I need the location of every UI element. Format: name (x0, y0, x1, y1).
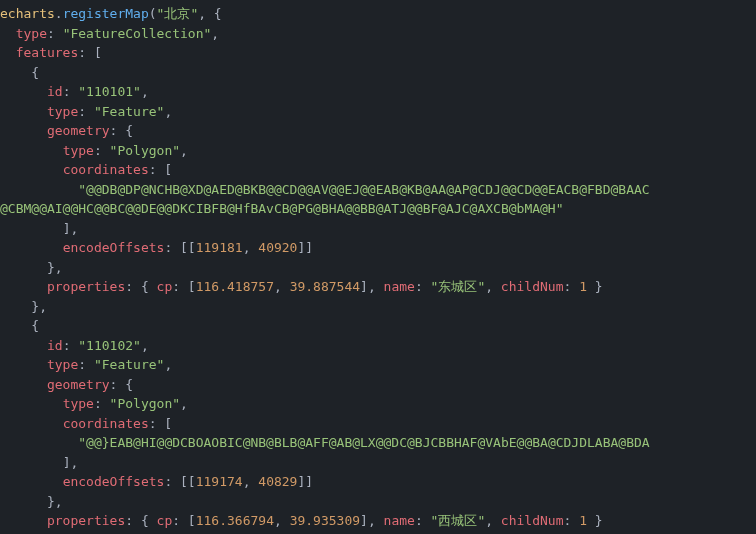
encode-offset-0-0: 119181 (196, 240, 243, 255)
prop-type: type (47, 357, 78, 372)
feature-name-1: 西城区 (438, 513, 477, 528)
coord-string-1: "@@}EAB@HI@@DCBOAOBIC@NB@BLB@AFF@AB@LX@@… (78, 435, 649, 450)
prop-coordinates: coordinates (63, 162, 149, 177)
map-name-string: "北京" (157, 6, 199, 21)
prop-id: id (47, 338, 63, 353)
prop-properties: properties (47, 513, 125, 528)
prop-id: id (47, 84, 63, 99)
prop-geometry: geometry (47, 123, 110, 138)
cp-1-1: 39.935309 (290, 513, 360, 528)
prop-type: type (47, 104, 78, 119)
coord-string-0a: "@@DB@DP@NCHB@XD@AED@BKB@@CD@@AV@@EJ@@EA… (78, 182, 649, 197)
prop-features: features (16, 45, 79, 60)
feature-name-0: 东城区 (438, 279, 477, 294)
cp-0-1: 39.887544 (290, 279, 360, 294)
prop-properties: properties (47, 279, 125, 294)
childnum-0: 1 (579, 279, 587, 294)
encode-offset-1-1: 40829 (258, 474, 297, 489)
coord-string-0b: @CBM@@AI@@HC@@BC@@DE@@DKCIBFB@HfBAvCB@PG… (0, 201, 564, 216)
prop-encodeoffsets: encodeOffsets (63, 240, 165, 255)
encode-offset-0-1: 40920 (258, 240, 297, 255)
object-name: echarts (0, 6, 55, 21)
code-block: echarts.registerMap("北京", { type: "Featu… (0, 0, 756, 534)
prop-encodeoffsets: encodeOffsets (63, 474, 165, 489)
prop-geotype: type (63, 396, 94, 411)
function-name: registerMap (63, 6, 149, 21)
prop-type: type (16, 26, 47, 41)
prop-geometry: geometry (47, 377, 110, 392)
prop-coordinates: coordinates (63, 416, 149, 431)
prop-geotype: type (63, 143, 94, 158)
cp-1-0: 116.366794 (196, 513, 274, 528)
cp-0-0: 116.418757 (196, 279, 274, 294)
encode-offset-1-0: 119174 (196, 474, 243, 489)
childnum-1: 1 (579, 513, 587, 528)
